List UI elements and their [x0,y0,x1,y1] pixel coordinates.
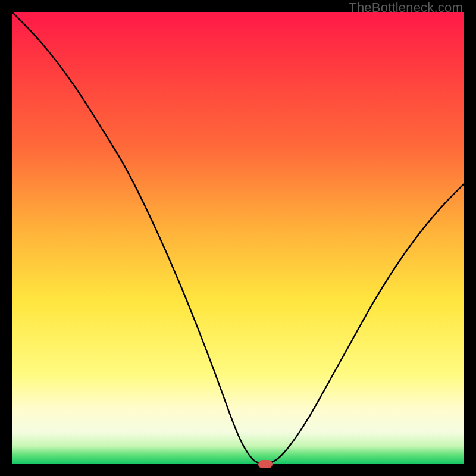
plot-area [12,12,464,464]
optimal-marker [258,460,273,468]
bottleneck-curve [12,12,464,464]
watermark-text: TheBottleneck.com [349,0,463,15]
chart-frame: TheBottleneck.com [0,0,476,476]
